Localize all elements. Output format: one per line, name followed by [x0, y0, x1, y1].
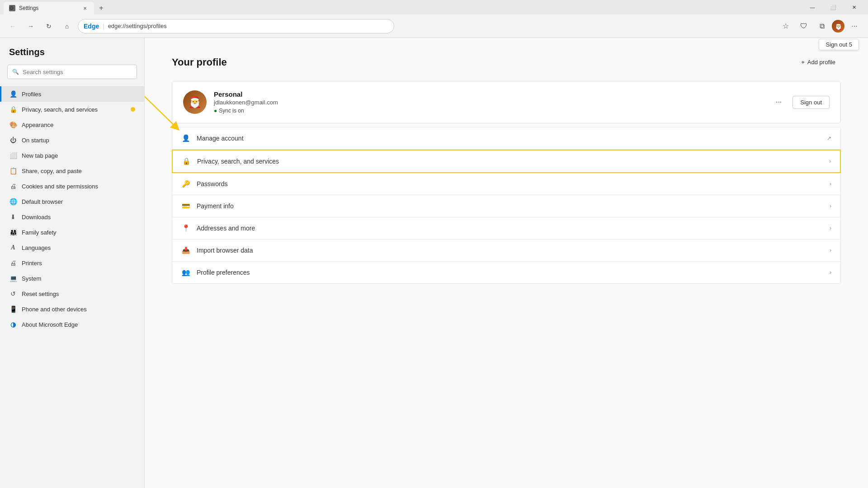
sidebar-item-share-copy[interactable]: 📋 Share, copy, and paste — [0, 163, 144, 178]
sync-status: ● Sync is on — [214, 108, 765, 114]
sidebar-item-downloads-label: Downloads — [22, 214, 51, 221]
privacy-menu-label: Privacy, search, and services — [197, 158, 823, 165]
printers-icon: 🖨 — [9, 259, 17, 267]
family-safety-icon: 👨‍👩‍👧 — [9, 228, 17, 236]
address-url: edge://settings/profiles — [108, 23, 167, 29]
menu-item-profile-prefs[interactable]: 👥 Profile preferences › — [172, 262, 841, 284]
sync-dot-icon: ● — [214, 108, 217, 114]
addresses-icon: 📍 — [181, 224, 190, 233]
privacy-notification-dot — [131, 107, 135, 112]
sidebar-item-system[interactable]: 💻 System — [0, 271, 144, 286]
search-settings-box[interactable]: 🔍 — [7, 65, 137, 79]
edge-brand-icon: Edge — [84, 23, 99, 30]
add-profile-label: Add profile — [807, 59, 835, 66]
about-edge-icon: ◑ — [9, 320, 17, 328]
forward-button[interactable]: → — [24, 19, 38, 33]
sidebar-item-privacy[interactable]: 🔒 Privacy, search, and services — [0, 102, 144, 117]
manage-account-icon: 👤 — [181, 134, 190, 143]
chevron-right-icon-4: › — [830, 225, 831, 231]
system-icon: 💻 — [9, 274, 17, 282]
chevron-right-icon-5: › — [830, 247, 831, 253]
addresses-label: Addresses and more — [197, 225, 823, 232]
menu-item-privacy[interactable]: 🔒 Privacy, search, and services › — [172, 150, 841, 173]
sidebar-item-privacy-label: Privacy, search, and services — [22, 106, 98, 113]
profiles-icon: 👤 — [9, 90, 17, 98]
sidebar-item-about-label: About Microsoft Edge — [22, 321, 78, 328]
address-bar-input[interactable]: Edge | edge://settings/profiles — [78, 19, 394, 33]
page-title: Your profile — [172, 56, 227, 68]
sidebar-item-on-startup[interactable]: ⏻ On startup — [0, 132, 144, 148]
new-tab-button[interactable]: + — [95, 2, 108, 14]
sidebar-item-family-safety[interactable]: 👨‍👩‍👧 Family safety — [0, 225, 144, 240]
menu-item-manage-account[interactable]: 👤 Manage account ↗ — [172, 127, 841, 150]
tab-close-button[interactable]: ✕ — [81, 5, 89, 12]
signout-annotation: Sign out 5 — [819, 39, 859, 50]
profile-menu-list: 👤 Manage account ↗ 🔒 Privacy, search, an… — [172, 127, 841, 284]
sidebar-item-new-tab-label: New tab page — [22, 152, 58, 159]
menu-item-addresses[interactable]: 📍 Addresses and more › — [172, 217, 841, 239]
more-button[interactable]: ··· — [846, 18, 863, 34]
profile-more-button[interactable]: ··· — [772, 96, 785, 108]
tab-settings-icon: ⚙ — [9, 5, 15, 11]
maximize-button[interactable]: ⬜ — [823, 0, 844, 14]
profile-prefs-label: Profile preferences — [197, 269, 823, 276]
import-label: Import browser data — [197, 247, 823, 254]
sidebar-item-system-label: System — [22, 275, 41, 282]
sidebar-item-languages[interactable]: A Languages — [0, 240, 144, 255]
sidebar-item-reset-settings[interactable]: ↺ Reset settings — [0, 286, 144, 301]
search-settings-input[interactable] — [23, 69, 132, 75]
sidebar-item-startup-label: On startup — [22, 137, 49, 144]
sidebar-item-printers-label: Printers — [22, 260, 42, 267]
sidebar-item-profiles[interactable]: 👤 Profiles — [0, 86, 144, 102]
sidebar-item-printers[interactable]: 🖨 Printers — [0, 255, 144, 271]
sidebar-item-share-label: Share, copy, and paste — [22, 168, 82, 174]
startup-icon: ⏻ — [9, 136, 17, 144]
add-icon: + — [801, 59, 805, 66]
menu-item-passwords[interactable]: 🔑 Passwords › — [172, 173, 841, 195]
sidebar-item-about-edge[interactable]: ◑ About Microsoft Edge — [0, 317, 144, 332]
sidebar-item-appearance[interactable]: 🎨 Appearance — [0, 117, 144, 132]
profile-name: Personal — [214, 90, 765, 98]
chevron-right-icon-2: › — [830, 181, 831, 187]
active-tab[interactable]: ⚙ Settings ✕ — [4, 2, 94, 14]
reset-icon: ↺ — [9, 290, 17, 298]
minimize-button[interactable]: — — [802, 0, 823, 14]
profile-email: jdlaukkonen@gmail.com — [214, 99, 765, 106]
refresh-button[interactable]: ↻ — [42, 19, 56, 33]
sidebar: Settings 🔍 👤 Profiles 🔒 Privacy, search,… — [0, 38, 145, 488]
privacy-menu-icon: 🔒 — [182, 157, 191, 166]
shield-icon[interactable]: 🛡 — [796, 18, 812, 34]
add-profile-button[interactable]: + Add profile — [796, 56, 841, 68]
sidebar-item-default-browser[interactable]: 🌐 Default browser — [0, 194, 144, 209]
back-button[interactable]: ← — [5, 19, 20, 33]
sidebar-item-phone-label: Phone and other devices — [22, 306, 87, 313]
sidebar-item-new-tab[interactable]: ⬜ New tab page — [0, 148, 144, 163]
sidebar-item-profiles-label: Profiles — [22, 91, 41, 98]
content-area: Your profile + Add profile 🎅 Personal jd… — [145, 38, 868, 488]
sign-out-button[interactable]: Sign out — [793, 96, 830, 109]
favorites-icon[interactable]: ☆ — [778, 18, 794, 34]
share-icon: 📋 — [9, 167, 17, 175]
main-layout: Settings 🔍 👤 Profiles 🔒 Privacy, search,… — [0, 38, 868, 488]
titlebar: ⚙ Settings ✕ + — ⬜ ✕ — [0, 0, 868, 14]
sidebar-title: Settings — [0, 47, 144, 65]
default-browser-icon: 🌐 — [9, 197, 17, 206]
profile-avatar-toolbar[interactable]: 🎅 — [832, 20, 844, 33]
close-button[interactable]: ✕ — [844, 0, 864, 14]
menu-item-payment[interactable]: 💳 Payment info › — [172, 195, 841, 217]
home-button[interactable]: ⌂ — [60, 19, 74, 33]
sidebar-item-reset-label: Reset settings — [22, 291, 59, 297]
sidebar-item-downloads[interactable]: ⬇ Downloads — [0, 209, 144, 225]
sidebar-item-cookies[interactable]: 🖨 Cookies and site permissions — [0, 178, 144, 194]
chevron-right-icon-6: › — [830, 269, 831, 276]
nav-list: 👤 Profiles 🔒 Privacy, search, and servic… — [0, 86, 144, 332]
sidebar-item-default-browser-label: Default browser — [22, 198, 63, 205]
address-separator: | — [103, 23, 104, 29]
menu-item-import[interactable]: 📤 Import browser data › — [172, 239, 841, 262]
signout-annotation-label: Sign out 5 — [826, 41, 852, 48]
page-header: Your profile + Add profile — [172, 56, 841, 68]
sidebar-item-languages-label: Languages — [22, 244, 51, 251]
payment-icon: 💳 — [181, 202, 190, 211]
sidebar-item-phone-devices[interactable]: 📱 Phone and other devices — [0, 301, 144, 317]
collections-icon[interactable]: ⧉ — [814, 18, 830, 34]
